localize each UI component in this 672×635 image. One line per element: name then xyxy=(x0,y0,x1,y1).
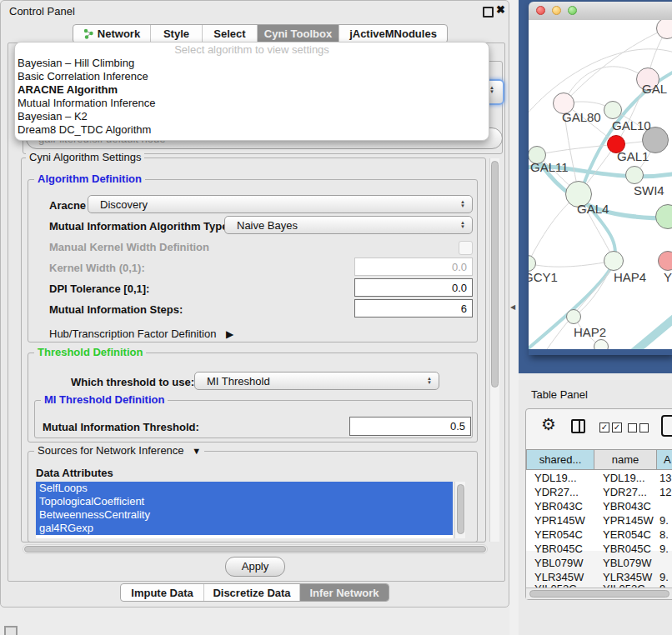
cell-value: 8. xyxy=(659,528,672,541)
column-header-shared-name[interactable]: shared... xyxy=(526,449,594,470)
tab-jactivemnodules[interactable]: jActiveMNodules xyxy=(339,25,447,42)
algorithm-option[interactable]: Mutual Information Inference xyxy=(15,97,489,110)
cell-name: YBR045C xyxy=(603,542,654,555)
manual-kernel-checkbox[interactable] xyxy=(459,241,473,255)
minimized-panel-icon[interactable] xyxy=(4,626,18,635)
tab-impute-data-label: Impute Data xyxy=(131,587,193,599)
algorithm-option[interactable]: Bayesian – K2 xyxy=(15,110,489,123)
settings-scrollbar-thumb[interactable] xyxy=(491,161,499,388)
column-header-name[interactable]: name xyxy=(594,449,657,470)
algorithm-dropdown-popup: Select algorithm to view settings Bayesi… xyxy=(14,42,489,141)
attribute-item[interactable]: SelfLoops xyxy=(36,482,453,495)
column-header-label: shared... xyxy=(539,453,582,466)
network-node[interactable] xyxy=(658,251,672,271)
columns-icon[interactable] xyxy=(571,419,585,433)
sources-title-label: Sources for Network Inference xyxy=(38,444,184,457)
kernel-width-field[interactable]: 0.0 xyxy=(354,258,473,276)
network-node[interactable] xyxy=(566,309,581,324)
network-node[interactable] xyxy=(625,166,644,184)
settings-hscrollbar-thumb[interactable] xyxy=(24,546,486,552)
mi-type-combo[interactable]: Naive Bayes ▲▼ xyxy=(224,216,473,234)
select-all-columns-icon[interactable]: ✓ xyxy=(599,422,609,432)
mi-type-value: Naive Bayes xyxy=(225,219,457,232)
mi-type-label: Mutual Information Algorithm Type: xyxy=(49,220,232,232)
node-label: GAL1 xyxy=(617,149,649,163)
table-hscrollbar-thumb[interactable] xyxy=(529,590,669,598)
tab-style[interactable]: Style xyxy=(150,25,202,42)
attribute-item[interactable]: BetweennessCentrality xyxy=(36,508,453,522)
column-header-partial[interactable]: A xyxy=(656,449,672,470)
panel-splitter[interactable]: ◀ xyxy=(509,0,519,635)
apply-button[interactable]: Apply xyxy=(225,557,285,577)
network-window-titlebar[interactable] xyxy=(529,2,672,21)
column-header-label: A xyxy=(664,453,671,466)
deselect-all-columns-icon2[interactable] xyxy=(639,423,649,432)
cell-name: YBL079W xyxy=(603,557,654,569)
table-panel-title: Table Panel xyxy=(531,388,588,401)
bottom-tabbar: Impute Data Discretize Data Infer Networ… xyxy=(120,583,389,602)
which-threshold-value: MI Threshold xyxy=(195,375,424,388)
aracne-mode-combo[interactable]: Discovery ▲▼ xyxy=(88,195,473,213)
gear-icon[interactable]: ⚙ xyxy=(541,416,556,432)
cell-name: YDR27... xyxy=(603,486,654,498)
control-panel-tabbar: Network Style Select Cyni Toolbox jActiv… xyxy=(73,24,448,43)
cell-shared-name: YBR045C xyxy=(534,542,593,555)
network-view-window: GAL GAL80 GAL10 GAL1 GAL11 SWI4 GAL4 GCY… xyxy=(529,2,672,355)
application-window: Control Panel ✖ Network Style Select Cyn… xyxy=(0,0,672,635)
control-panel: Control Panel ✖ Network Style Select Cyn… xyxy=(0,0,509,608)
network-node[interactable] xyxy=(604,251,624,271)
control-panel-title: Control Panel xyxy=(9,5,75,18)
network-node[interactable] xyxy=(604,101,622,119)
table-hscrollbar[interactable] xyxy=(526,588,672,599)
splitter-collapse-icon[interactable]: ◀ xyxy=(510,303,515,311)
tab-network-label: Network xyxy=(98,28,140,40)
cell-name: YDL19... xyxy=(603,472,654,484)
cell-shared-name: YER054C xyxy=(534,528,593,541)
dpi-tolerance-field[interactable]: 0.0 xyxy=(354,278,473,297)
algorithm-option[interactable]: Bayesian – Hill Climbing xyxy=(15,57,489,70)
cell-name: YBR043C xyxy=(603,500,654,512)
tab-discretize-data[interactable]: Discretize Data xyxy=(203,584,299,601)
deselect-all-columns-icon[interactable] xyxy=(628,423,637,432)
attribute-item[interactable]: TopologicalCoefficient xyxy=(36,495,453,508)
cell-shared-name: YPR145W xyxy=(534,514,593,527)
tab-cyni-toolbox[interactable]: Cyni Toolbox xyxy=(257,25,339,42)
zoom-window-icon[interactable] xyxy=(568,6,577,15)
close-window-icon[interactable] xyxy=(536,6,545,15)
attribute-item[interactable]: gal4RGexp xyxy=(36,522,453,535)
minimize-window-icon[interactable] xyxy=(552,6,561,15)
export-table-icon[interactable] xyxy=(661,415,672,437)
stepper-down-icon: ▼ xyxy=(489,89,494,94)
cell-shared-name: YDL19... xyxy=(534,472,593,484)
sources-group-title[interactable]: Sources for Network Inference ▼ xyxy=(34,445,204,457)
tab-infer-network[interactable]: Infer Network xyxy=(299,584,389,601)
float-panel-icon[interactable] xyxy=(483,7,494,18)
hub-definition-expander[interactable]: Hub/Transcription Factor Definition ▶ xyxy=(49,328,233,340)
tab-select[interactable]: Select xyxy=(202,25,257,42)
node-label: GAL11 xyxy=(530,160,569,174)
close-panel-icon[interactable]: ✖ xyxy=(496,3,505,16)
which-threshold-combo[interactable]: MI Threshold ▲▼ xyxy=(194,372,439,390)
network-canvas[interactable]: GAL GAL80 GAL10 GAL1 GAL11 SWI4 GAL4 GCY… xyxy=(529,20,672,349)
attributes-scrollbar-thumb[interactable] xyxy=(457,484,464,534)
attributes-list-scrollbar[interactable] xyxy=(454,482,465,538)
stepper-down-icon: ▼ xyxy=(460,204,465,208)
algorithm-option[interactable]: Basic Correlation Inference xyxy=(15,70,489,83)
select-all-columns-icon2[interactable]: ✓ xyxy=(612,422,622,432)
algorithm-option-selected[interactable]: ARACNE Algorithm xyxy=(15,83,489,97)
mi-steps-field[interactable]: 6 xyxy=(354,299,473,318)
settings-hscrollbar[interactable] xyxy=(23,544,488,554)
stepper-down-icon: ▼ xyxy=(460,225,465,229)
tab-network[interactable]: Network xyxy=(73,25,150,42)
algorithm-option[interactable]: Dream8 DC_TDC Algorithm xyxy=(15,123,489,137)
tab-impute-data[interactable]: Impute Data xyxy=(121,584,203,601)
network-node[interactable] xyxy=(594,339,609,349)
cell-shared-name: YDR27... xyxy=(534,486,593,498)
cell-name: YPR145W xyxy=(603,514,654,527)
settings-scrollbar[interactable] xyxy=(489,158,499,542)
cell-value: 9. xyxy=(659,542,672,555)
mi-threshold-field[interactable]: 0.5 xyxy=(349,417,471,436)
table-window: ⚙ ✓ ✓ shared... name A YDL19... YDL19...… xyxy=(525,408,672,600)
which-threshold-label: Which threshold to use: xyxy=(71,376,194,388)
cyni-settings-title: Cyni Algorithm Settings xyxy=(26,152,144,163)
